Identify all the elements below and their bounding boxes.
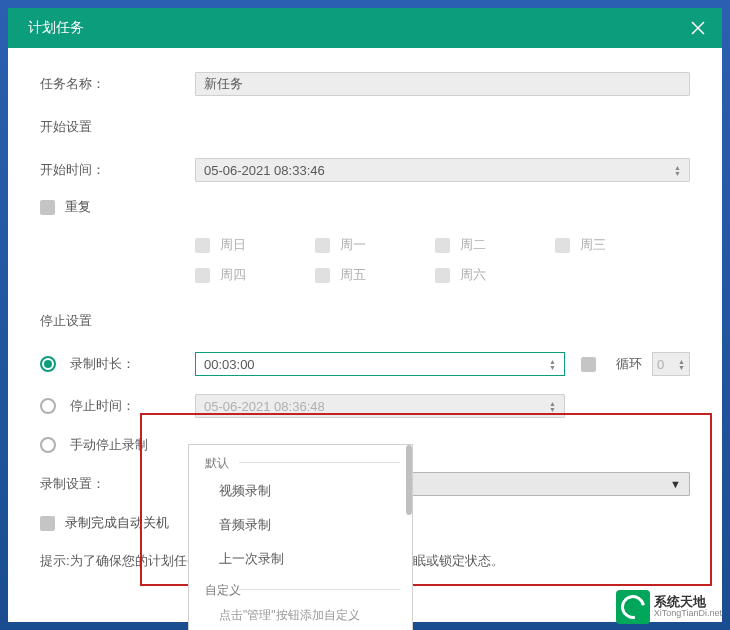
dropdown-item-last[interactable]: 上一次录制 [189, 542, 412, 576]
repeat-row: 重复 [40, 198, 690, 216]
record-settings-label: 录制设置： [40, 475, 195, 493]
duration-row: 录制时长： 00:03:00 ▲▼ 循环 0 ▲▼ [40, 352, 690, 376]
manual-stop-radio[interactable] [40, 437, 56, 453]
day-sun[interactable]: 周日 [195, 236, 315, 254]
close-button[interactable] [690, 20, 706, 36]
day-thu[interactable]: 周四 [195, 266, 315, 284]
day-sat[interactable]: 周六 [435, 266, 555, 284]
day-thu-checkbox[interactable] [195, 268, 210, 283]
stop-time-row: 停止时间： 05-06-2021 08:36:48 ▲▼ [40, 394, 690, 418]
loop-spinner[interactable]: ▲▼ [678, 359, 685, 370]
stop-time-input: 05-06-2021 08:36:48 ▲▼ [195, 394, 565, 418]
auto-shutdown-label: 录制完成自动关机 [65, 514, 169, 532]
start-section-title: 开始设置 [40, 118, 690, 136]
dropdown-group-custom: 自定义 [189, 576, 412, 601]
start-time-spinner[interactable]: ▲▼ [674, 165, 681, 176]
dialog-title: 计划任务 [28, 19, 84, 37]
titlebar: 计划任务 [8, 8, 722, 48]
task-name-row: 任务名称： [40, 72, 690, 96]
day-tue-checkbox[interactable] [435, 238, 450, 253]
day-sun-checkbox[interactable] [195, 238, 210, 253]
repeat-label: 重复 [65, 198, 91, 216]
duration-input[interactable]: 00:03:00 ▲▼ [195, 352, 565, 376]
close-icon [691, 21, 705, 35]
day-fri-checkbox[interactable] [315, 268, 330, 283]
start-time-row: 开始时间： 05-06-2021 08:33:46 ▲▼ [40, 158, 690, 182]
auto-shutdown-checkbox[interactable] [40, 516, 55, 531]
stop-time-label: 停止时间： [70, 397, 195, 415]
duration-value: 00:03:00 [204, 357, 255, 372]
task-name-input[interactable] [195, 72, 690, 96]
dropdown-group-default: 默认 [189, 449, 412, 474]
day-wed[interactable]: 周三 [555, 236, 675, 254]
day-wed-checkbox[interactable] [555, 238, 570, 253]
loop-value: 0 [657, 357, 664, 372]
loop-input[interactable]: 0 ▲▼ [652, 352, 690, 376]
chevron-down-icon: ▼ [670, 478, 681, 490]
stop-section-title: 停止设置 [40, 312, 690, 330]
duration-radio[interactable] [40, 356, 56, 372]
loop-checkbox[interactable] [581, 357, 596, 372]
dropdown-item-video[interactable]: 视频录制 [189, 474, 412, 508]
stop-time-radio[interactable] [40, 398, 56, 414]
stop-time-value: 05-06-2021 08:36:48 [204, 399, 325, 414]
day-mon-checkbox[interactable] [315, 238, 330, 253]
stop-time-spinner: ▲▼ [549, 401, 556, 412]
record-type-dropdown[interactable]: 默认 视频录制 音频录制 上一次录制 自定义 点击"管理"按钮添加自定义 [188, 444, 413, 630]
duration-spinner[interactable]: ▲▼ [549, 359, 556, 370]
day-mon[interactable]: 周一 [315, 236, 435, 254]
repeat-checkbox[interactable] [40, 200, 55, 215]
watermark: 系统天地 XiTongTianDi.net [616, 590, 722, 624]
manual-stop-label: 手动停止录制 [70, 436, 195, 454]
dropdown-item-audio[interactable]: 音频录制 [189, 508, 412, 542]
day-fri[interactable]: 周五 [315, 266, 435, 284]
day-sat-checkbox[interactable] [435, 268, 450, 283]
loop-label: 循环 [616, 355, 642, 373]
day-tue[interactable]: 周二 [435, 236, 555, 254]
watermark-logo-icon [616, 590, 650, 624]
start-time-label: 开始时间： [40, 161, 195, 179]
watermark-text: 系统天地 XiTongTianDi.net [654, 595, 722, 619]
duration-label: 录制时长： [70, 355, 195, 373]
loop-group: 循环 0 ▲▼ [581, 352, 690, 376]
days-grid: 周日 周一 周二 周三 周四 周五 周六 [195, 236, 690, 284]
dropdown-hint: 点击"管理"按钮添加自定义 [189, 601, 412, 628]
start-time-value: 05-06-2021 08:33:46 [204, 163, 325, 178]
task-name-label: 任务名称： [40, 75, 195, 93]
start-time-input[interactable]: 05-06-2021 08:33:46 ▲▼ [195, 158, 690, 182]
